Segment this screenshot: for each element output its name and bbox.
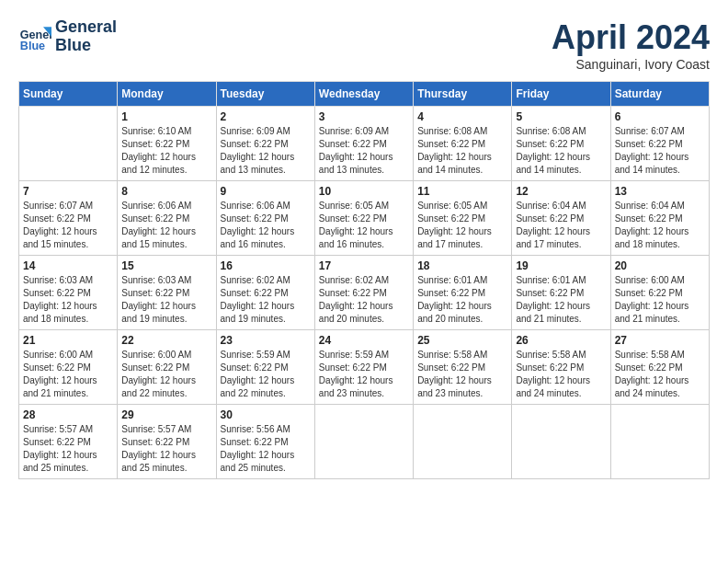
title-area: April 2024 Sanguinari, Ivory Coast	[552, 18, 710, 72]
calendar-cell: 13Sunrise: 6:04 AM Sunset: 6:22 PM Dayli…	[610, 181, 709, 256]
calendar-week-1: 1Sunrise: 6:10 AM Sunset: 6:22 PM Daylig…	[19, 107, 710, 181]
day-info: Sunrise: 6:00 AM Sunset: 6:22 PM Dayligh…	[23, 349, 113, 400]
day-number: 14	[23, 259, 113, 272]
calendar-cell: 9Sunrise: 6:06 AM Sunset: 6:22 PM Daylig…	[216, 181, 314, 256]
calendar-cell: 15Sunrise: 6:03 AM Sunset: 6:22 PM Dayli…	[118, 256, 216, 330]
day-number: 11	[417, 185, 507, 198]
day-info: Sunrise: 6:09 AM Sunset: 6:22 PM Dayligh…	[319, 125, 409, 177]
day-info: Sunrise: 6:10 AM Sunset: 6:22 PM Dayligh…	[121, 125, 211, 177]
calendar-cell: 10Sunrise: 6:05 AM Sunset: 6:22 PM Dayli…	[314, 181, 413, 256]
day-number: 19	[516, 259, 606, 272]
day-number: 18	[417, 259, 507, 272]
calendar-cell: 8Sunrise: 6:06 AM Sunset: 6:22 PM Daylig…	[118, 181, 216, 256]
day-number: 29	[121, 408, 211, 421]
day-number: 15	[121, 259, 211, 272]
day-number: 3	[319, 110, 409, 123]
weekday-header-row: SundayMondayTuesdayWednesdayThursdayFrid…	[19, 82, 710, 107]
day-number: 21	[23, 334, 113, 347]
calendar-cell: 5Sunrise: 6:08 AM Sunset: 6:22 PM Daylig…	[512, 107, 610, 181]
day-info: Sunrise: 6:05 AM Sunset: 6:22 PM Dayligh…	[319, 200, 409, 251]
calendar-cell	[610, 405, 709, 479]
day-number: 28	[23, 408, 113, 421]
calendar-cell: 1Sunrise: 6:10 AM Sunset: 6:22 PM Daylig…	[118, 107, 216, 181]
day-number: 26	[516, 334, 606, 347]
day-number: 8	[121, 185, 211, 198]
day-number: 24	[319, 334, 409, 347]
day-info: Sunrise: 5:59 AM Sunset: 6:22 PM Dayligh…	[221, 349, 311, 400]
calendar-body: 1Sunrise: 6:10 AM Sunset: 6:22 PM Daylig…	[19, 107, 710, 479]
day-info: Sunrise: 6:02 AM Sunset: 6:22 PM Dayligh…	[319, 274, 409, 326]
day-number: 4	[417, 110, 507, 123]
day-info: Sunrise: 6:00 AM Sunset: 6:22 PM Dayligh…	[121, 349, 211, 400]
header: General Blue General Blue April 2024 San…	[18, 18, 710, 72]
day-info: Sunrise: 6:07 AM Sunset: 6:22 PM Dayligh…	[23, 200, 113, 251]
calendar-cell: 20Sunrise: 6:00 AM Sunset: 6:22 PM Dayli…	[610, 256, 709, 330]
calendar-cell: 6Sunrise: 6:07 AM Sunset: 6:22 PM Daylig…	[610, 107, 709, 181]
day-info: Sunrise: 5:58 AM Sunset: 6:22 PM Dayligh…	[615, 349, 705, 400]
calendar-header: SundayMondayTuesdayWednesdayThursdayFrid…	[19, 82, 710, 107]
day-number: 27	[615, 334, 705, 347]
day-info: Sunrise: 6:03 AM Sunset: 6:22 PM Dayligh…	[23, 274, 113, 326]
calendar-cell: 11Sunrise: 6:05 AM Sunset: 6:22 PM Dayli…	[414, 181, 512, 256]
calendar-cell: 14Sunrise: 6:03 AM Sunset: 6:22 PM Dayli…	[19, 256, 118, 330]
calendar-cell: 2Sunrise: 6:09 AM Sunset: 6:22 PM Daylig…	[216, 107, 314, 181]
calendar-cell: 12Sunrise: 6:04 AM Sunset: 6:22 PM Dayli…	[512, 181, 610, 256]
day-info: Sunrise: 6:01 AM Sunset: 6:22 PM Dayligh…	[417, 274, 507, 326]
day-info: Sunrise: 5:58 AM Sunset: 6:22 PM Dayligh…	[516, 349, 606, 400]
day-info: Sunrise: 6:02 AM Sunset: 6:22 PM Dayligh…	[221, 274, 311, 326]
day-info: Sunrise: 6:04 AM Sunset: 6:22 PM Dayligh…	[615, 200, 705, 251]
weekday-header-saturday: Saturday	[610, 82, 709, 107]
logo-line2: Blue	[55, 37, 117, 55]
day-info: Sunrise: 6:09 AM Sunset: 6:22 PM Dayligh…	[221, 125, 311, 177]
calendar-cell: 30Sunrise: 5:56 AM Sunset: 6:22 PM Dayli…	[216, 405, 314, 479]
day-number: 12	[516, 185, 606, 198]
day-info: Sunrise: 5:57 AM Sunset: 6:22 PM Dayligh…	[23, 423, 113, 475]
day-info: Sunrise: 6:08 AM Sunset: 6:22 PM Dayligh…	[417, 125, 507, 177]
day-info: Sunrise: 5:57 AM Sunset: 6:22 PM Dayligh…	[121, 423, 211, 475]
day-number: 20	[615, 259, 705, 272]
day-info: Sunrise: 5:59 AM Sunset: 6:22 PM Dayligh…	[319, 349, 409, 400]
day-info: Sunrise: 6:05 AM Sunset: 6:22 PM Dayligh…	[417, 200, 507, 251]
logo: General Blue General Blue	[18, 18, 117, 55]
calendar-table: SundayMondayTuesdayWednesdayThursdayFrid…	[18, 81, 710, 479]
day-number: 10	[319, 185, 409, 198]
calendar-week-4: 21Sunrise: 6:00 AM Sunset: 6:22 PM Dayli…	[19, 330, 710, 405]
calendar-cell	[414, 405, 512, 479]
day-info: Sunrise: 6:00 AM Sunset: 6:22 PM Dayligh…	[615, 274, 705, 326]
svg-text:Blue: Blue	[20, 40, 45, 52]
calendar-cell: 3Sunrise: 6:09 AM Sunset: 6:22 PM Daylig…	[314, 107, 413, 181]
day-number: 6	[615, 110, 705, 123]
weekday-header-wednesday: Wednesday	[314, 82, 413, 107]
calendar-week-3: 14Sunrise: 6:03 AM Sunset: 6:22 PM Dayli…	[19, 256, 710, 330]
calendar-cell: 23Sunrise: 5:59 AM Sunset: 6:22 PM Dayli…	[216, 330, 314, 405]
calendar-cell: 19Sunrise: 6:01 AM Sunset: 6:22 PM Dayli…	[512, 256, 610, 330]
day-info: Sunrise: 5:56 AM Sunset: 6:22 PM Dayligh…	[221, 423, 311, 475]
weekday-header-tuesday: Tuesday	[216, 82, 314, 107]
month-title: April 2024	[552, 18, 710, 57]
location-subtitle: Sanguinari, Ivory Coast	[552, 57, 710, 72]
day-info: Sunrise: 6:06 AM Sunset: 6:22 PM Dayligh…	[221, 200, 311, 251]
calendar-cell: 17Sunrise: 6:02 AM Sunset: 6:22 PM Dayli…	[314, 256, 413, 330]
calendar-cell	[19, 107, 118, 181]
calendar-cell: 22Sunrise: 6:00 AM Sunset: 6:22 PM Dayli…	[118, 330, 216, 405]
calendar-cell: 24Sunrise: 5:59 AM Sunset: 6:22 PM Dayli…	[314, 330, 413, 405]
day-number: 30	[221, 408, 311, 421]
weekday-header-sunday: Sunday	[19, 82, 118, 107]
day-info: Sunrise: 6:04 AM Sunset: 6:22 PM Dayligh…	[516, 200, 606, 251]
calendar-cell	[512, 405, 610, 479]
day-number: 17	[319, 259, 409, 272]
calendar-cell: 16Sunrise: 6:02 AM Sunset: 6:22 PM Dayli…	[216, 256, 314, 330]
day-number: 16	[221, 259, 311, 272]
day-number: 5	[516, 110, 606, 123]
day-number: 22	[121, 334, 211, 347]
day-number: 7	[23, 185, 113, 198]
day-number: 1	[121, 110, 211, 123]
logo-icon: General Blue	[18, 20, 51, 53]
calendar-cell: 29Sunrise: 5:57 AM Sunset: 6:22 PM Dayli…	[118, 405, 216, 479]
day-info: Sunrise: 5:58 AM Sunset: 6:22 PM Dayligh…	[417, 349, 507, 400]
day-number: 9	[221, 185, 311, 198]
calendar-cell: 26Sunrise: 5:58 AM Sunset: 6:22 PM Dayli…	[512, 330, 610, 405]
day-number: 23	[221, 334, 311, 347]
day-number: 2	[221, 110, 311, 123]
logo-text: General Blue	[55, 18, 117, 55]
